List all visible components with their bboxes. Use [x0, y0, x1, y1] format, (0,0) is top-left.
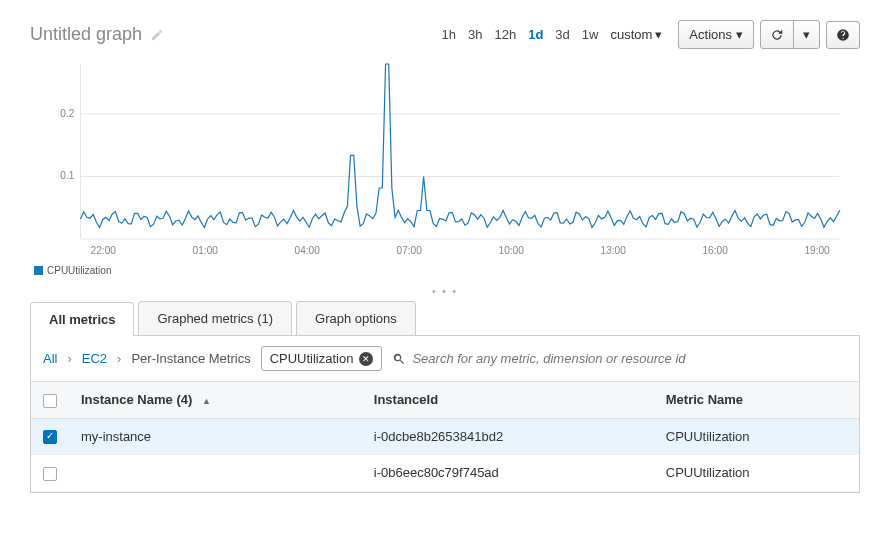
range-1w[interactable]: 1w [582, 27, 599, 42]
svg-text:0.1: 0.1 [60, 171, 74, 182]
col-instance-name-label: Instance Name [81, 392, 173, 407]
table-row[interactable]: my-instance i-0dcbe8b2653841bd2 CPUUtili… [31, 418, 859, 455]
chevron-right-icon: › [117, 351, 121, 366]
edit-title-icon[interactable] [150, 27, 164, 43]
select-all-checkbox[interactable] [43, 394, 57, 408]
legend-label: CPUUtilization [47, 265, 111, 276]
metrics-panel: All › EC2 › Per-Instance Metrics CPUUtil… [30, 336, 860, 493]
range-1h[interactable]: 1h [442, 27, 456, 42]
cell-instance-name [69, 455, 362, 492]
col-count: (4) [176, 392, 192, 407]
range-1d[interactable]: 1d [528, 27, 543, 42]
caret-down-icon: ▾ [803, 27, 810, 42]
search-icon [392, 351, 406, 367]
svg-text:10:00: 10:00 [499, 245, 525, 256]
cell-instance-name: my-instance [69, 418, 362, 455]
help-button[interactable] [826, 21, 860, 49]
filter-chip-remove[interactable]: ✕ [359, 352, 373, 366]
actions-label: Actions [689, 27, 732, 42]
svg-text:07:00: 07:00 [397, 245, 423, 256]
range-3d[interactable]: 3d [555, 27, 569, 42]
cell-instance-id: i-0b6eec80c79f745ad [362, 455, 654, 492]
range-3h[interactable]: 3h [468, 27, 482, 42]
actions-button[interactable]: Actions ▾ [678, 20, 754, 49]
refresh-options-button[interactable]: ▾ [793, 20, 820, 49]
range-custom[interactable]: custom ▾ [610, 27, 662, 42]
filter-chip-label: CPUUtilization [270, 351, 354, 366]
svg-text:16:00: 16:00 [702, 245, 728, 256]
caret-down-icon: ▾ [736, 27, 743, 42]
range-custom-label: custom [610, 27, 652, 42]
cell-metric-name: CPUUtilization [654, 418, 859, 455]
svg-text:19:00: 19:00 [804, 245, 830, 256]
search-input[interactable] [412, 351, 847, 366]
table-row[interactable]: i-0b6eec80c79f745ad CPUUtilization [31, 455, 859, 492]
filter-chip: CPUUtilization ✕ [261, 346, 383, 371]
svg-text:22:00: 22:00 [91, 245, 117, 256]
chart-legend: CPUUtilization [34, 265, 860, 276]
svg-text:01:00: 01:00 [193, 245, 219, 256]
resize-handle[interactable]: • • • [30, 286, 860, 297]
help-icon [836, 28, 850, 42]
svg-text:0.2: 0.2 [60, 108, 74, 119]
svg-text:13:00: 13:00 [600, 245, 626, 256]
caret-down-icon: ▾ [655, 27, 662, 42]
row-checkbox[interactable] [43, 430, 57, 444]
chevron-right-icon: › [67, 351, 71, 366]
row-checkbox[interactable] [43, 467, 57, 481]
col-instance-id[interactable]: InstanceId [362, 382, 654, 418]
range-12h[interactable]: 12h [494, 27, 516, 42]
breadcrumb-root[interactable]: All [43, 351, 57, 366]
tabs: All metrics Graphed metrics (1) Graph op… [30, 301, 860, 336]
legend-swatch [34, 266, 43, 275]
cell-instance-id: i-0dcbe8b2653841bd2 [362, 418, 654, 455]
breadcrumb-per-instance: Per-Instance Metrics [131, 351, 250, 366]
metrics-table: Instance Name (4) ▲ InstanceId Metric Na… [31, 382, 859, 492]
svg-text:04:00: 04:00 [295, 245, 321, 256]
page-title: Untitled graph [30, 24, 142, 45]
tab-graphed-metrics[interactable]: Graphed metrics (1) [138, 301, 292, 335]
time-range-group: 1h 3h 12h 1d 3d 1w custom ▾ [442, 27, 663, 42]
refresh-button[interactable] [760, 20, 794, 49]
col-instance-name[interactable]: Instance Name (4) ▲ [69, 382, 362, 418]
col-metric-name[interactable]: Metric Name [654, 382, 859, 418]
chart-area[interactable]: 0.10.222:0001:0004:0007:0010:0013:0016:0… [40, 59, 850, 259]
breadcrumb-ec2[interactable]: EC2 [82, 351, 107, 366]
cell-metric-name: CPUUtilization [654, 455, 859, 492]
refresh-icon [770, 28, 784, 42]
tab-graph-options[interactable]: Graph options [296, 301, 416, 335]
sort-asc-icon: ▲ [202, 396, 211, 406]
tab-all-metrics[interactable]: All metrics [30, 302, 134, 336]
